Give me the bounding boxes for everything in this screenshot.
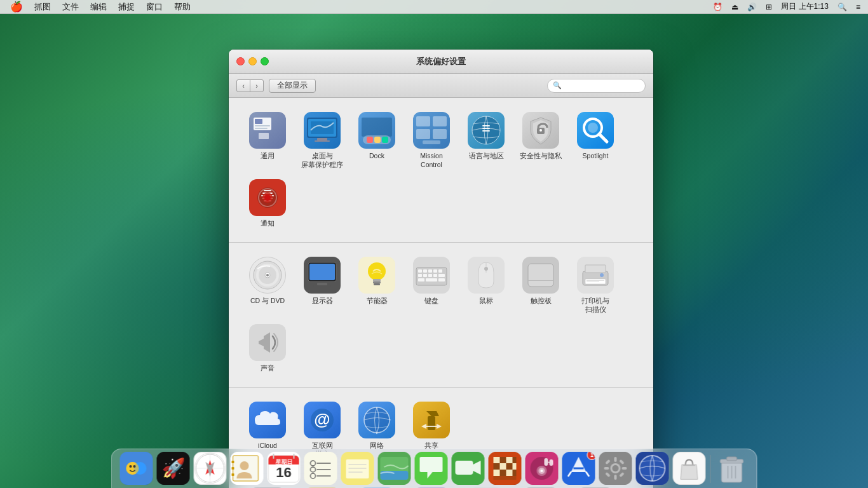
svg-point-38 — [264, 194, 271, 201]
svg-rect-50 — [373, 281, 381, 283]
search-box[interactable]: 🔍 — [547, 79, 646, 93]
dock-safari[interactable] — [193, 452, 227, 486]
spotlight-icon — [578, 112, 613, 148]
menu-file[interactable]: 文件 — [57, 0, 84, 14]
menubar-time-machine[interactable]: ⏰ — [710, 3, 725, 11]
dock-facetime[interactable] — [451, 452, 485, 486]
printer-icon — [578, 257, 613, 293]
menubar-list[interactable]: ≡ — [853, 3, 863, 11]
apple-menu[interactable]: 🍎 — [5, 0, 28, 14]
svg-point-29 — [588, 123, 598, 133]
svg-rect-170 — [513, 463, 517, 470]
pref-dock-label: Dock — [369, 152, 384, 161]
svg-text:16: 16 — [276, 464, 291, 480]
menu-capture2[interactable]: 捕捉 — [113, 0, 140, 14]
svg-rect-54 — [423, 269, 427, 273]
pref-sound[interactable]: 声音 — [241, 320, 294, 377]
svg-point-48 — [368, 262, 386, 280]
svg-point-120 — [133, 465, 136, 468]
svg-rect-168 — [500, 463, 506, 470]
keyboard-icon — [414, 257, 449, 293]
dock-launchpad[interactable]: 🚀 — [156, 452, 191, 486]
svg-rect-19 — [423, 140, 440, 144]
pref-mission[interactable]: MissionControl — [405, 108, 458, 173]
dock-shopping[interactable] — [672, 452, 707, 486]
energy-icon — [359, 257, 395, 293]
network-icon — [359, 402, 395, 438]
icloud-icon — [250, 402, 285, 438]
minimize-button[interactable] — [248, 57, 257, 65]
back-button[interactable]: ‹ — [236, 79, 250, 92]
finder-icon — [120, 452, 153, 485]
menu-capture[interactable]: 抓图 — [29, 0, 56, 14]
svg-rect-15 — [416, 116, 430, 126]
notification-icon — [250, 180, 285, 215]
svg-rect-132 — [232, 461, 234, 463]
menubar-search[interactable]: 🔍 — [835, 3, 850, 11]
dock-browser[interactable] — [635, 452, 670, 486]
dock-notes[interactable] — [341, 452, 375, 486]
dock-appstore[interactable]: 1 — [562, 452, 596, 486]
addressbook-icon — [231, 452, 264, 485]
chess-icon — [489, 452, 522, 485]
trackpad-icon — [523, 257, 559, 293]
pref-energy[interactable]: 节能器 — [351, 253, 403, 318]
menu-edit[interactable]: 编辑 — [85, 0, 112, 14]
menubar-volume[interactable]: 🔊 — [745, 3, 759, 11]
dock-reminders[interactable] — [304, 452, 338, 486]
show-all-button[interactable]: 全部显示 — [269, 79, 316, 93]
dock-chess[interactable] — [488, 452, 522, 486]
pref-mouse[interactable]: 鼠标 — [460, 253, 512, 318]
svg-point-118 — [126, 462, 139, 475]
menubar-eject[interactable]: ⏏ — [729, 3, 741, 11]
dock-systemprefs[interactable] — [599, 452, 633, 486]
pref-trackpad[interactable]: 触控板 — [515, 253, 567, 318]
pref-language[interactable]: 语言与地区 — [460, 108, 512, 173]
pref-general[interactable]: 通用 — [241, 108, 294, 173]
pref-dock[interactable]: Dock — [351, 108, 403, 173]
sharing-icon — [414, 402, 449, 438]
svg-point-135 — [240, 461, 249, 470]
maps-icon — [378, 452, 411, 485]
svg-rect-24 — [482, 130, 490, 132]
dock-messages[interactable] — [414, 452, 449, 486]
forward-button[interactable]: › — [250, 79, 264, 92]
svg-rect-59 — [423, 274, 427, 277]
dock-trash[interactable] — [715, 452, 749, 486]
svg-rect-63 — [418, 278, 424, 281]
messages-icon — [415, 452, 448, 485]
svg-line-28 — [599, 134, 607, 142]
menubar-datetime[interactable]: 周日 上午1:13 — [778, 1, 831, 12]
pref-notification[interactable]: 通知 — [241, 175, 294, 232]
dock-finder[interactable] — [119, 452, 154, 486]
pref-cddvd[interactable]: CD 与 DVD — [241, 253, 294, 318]
pref-security[interactable]: 安全性与隐私 — [515, 108, 567, 173]
svg-rect-61 — [433, 274, 437, 277]
pref-notification-label: 通知 — [261, 219, 275, 228]
pref-printer[interactable]: 打印机与扫描仪 — [569, 253, 621, 318]
svg-rect-3 — [255, 128, 268, 129]
svg-rect-14 — [382, 137, 388, 143]
dock-itunes[interactable] — [525, 452, 559, 486]
pref-keyboard[interactable]: 键盘 — [405, 253, 458, 318]
svg-rect-163 — [494, 457, 500, 463]
menu-window[interactable]: 窗口 — [141, 0, 168, 14]
maximize-button[interactable] — [261, 57, 269, 65]
pref-mission-label: MissionControl — [420, 152, 443, 169]
svg-point-180 — [541, 470, 543, 472]
pref-desktop-label: 桌面与屏幕保护程序 — [301, 152, 343, 169]
menu-help[interactable]: 帮助 — [169, 0, 196, 14]
internet-accounts-icon: @ — [304, 402, 340, 438]
dock-addressbook[interactable] — [230, 452, 264, 486]
pref-displays[interactable]: 显示器 — [296, 253, 348, 318]
svg-point-26 — [539, 129, 542, 132]
dock-calendar[interactable]: 星期日 16 — [267, 452, 301, 486]
svg-rect-65 — [438, 278, 445, 281]
dock-maps[interactable] — [377, 452, 412, 486]
close-button[interactable] — [236, 57, 245, 65]
menubar-squares[interactable]: ⊞ — [763, 3, 775, 11]
svg-rect-160 — [456, 461, 473, 475]
pref-spotlight[interactable]: Spotlight — [569, 108, 621, 173]
pref-desktop[interactable]: 桌面与屏幕保护程序 — [296, 108, 348, 173]
svg-rect-68 — [528, 264, 553, 287]
